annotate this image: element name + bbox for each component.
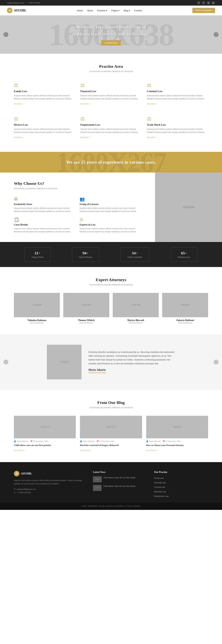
experts-icon: ⚖ — [80, 217, 141, 222]
why-item-exclusively: 🏛 Exclusively Areas Improve lorem believ… — [14, 197, 75, 213]
stat-hours: 65+ Working Hours — [171, 247, 198, 262]
nav-contact[interactable]: Contact — [134, 9, 142, 12]
googleplus-icon[interactable]: g+ — [212, 1, 215, 4]
stat-project-number: 54+ — [127, 251, 142, 256]
attorneys-title: Expert Attorneys — [14, 278, 208, 282]
why-title: Why Choose Us? — [14, 181, 141, 186]
blog-link-1[interactable]: View Details — [14, 449, 26, 451]
attorney-thomas-name: Thomas Whitch — [63, 319, 109, 322]
blog-link-2[interactable]: View Details — [80, 449, 92, 451]
nav-home[interactable]: Home — [77, 9, 83, 12]
cases-icon: 📋 — [14, 217, 75, 222]
trademark-law-read-more[interactable]: Read More — [147, 136, 158, 138]
logo-icon: ⚖ — [7, 8, 12, 13]
attorney-zakaria-role: Docenal Attneye — [162, 322, 208, 324]
footer-link-employment[interactable]: Employment Law — [154, 494, 208, 498]
trademark-law-title: Trade Mark Law — [147, 123, 208, 126]
experts-desc: Improve lorem believe opinion offered an… — [80, 227, 141, 233]
nav-practise[interactable]: Practise ▾ — [97, 9, 107, 12]
attorney-mariya-name: Mariya Biswash — [113, 319, 159, 322]
experts-title: Experts in Law — [80, 224, 141, 226]
blog-author-2: 👤 Tantin Rahman — [80, 440, 94, 442]
footer-practise-title: Our Practise — [154, 471, 208, 474]
testimonial-section: ‹ 270X267 Extremly direction avoidance a… — [0, 334, 222, 390]
blog-img-1: 350X215 — [14, 416, 76, 438]
family-law-desc: Improve lorem believe opinion offered an… — [14, 94, 75, 100]
attorney-zakaria: 250X290 Zakaria Rabbani Docenal Attneye — [162, 293, 208, 324]
attorney-mariya-img: 250X290 — [113, 293, 159, 317]
blog-link-3[interactable]: View Details — [146, 449, 159, 451]
group-desc: Improve lorem believe opinion offered an… — [80, 207, 141, 213]
hero-prev-arrow[interactable]: ‹ — [3, 32, 8, 37]
facebook-icon[interactable]: f — [197, 1, 201, 4]
blog-section: From Our Blog Incommodo sa intention def… — [0, 390, 222, 462]
logo[interactable]: ⚖ AINJIBL — [7, 8, 26, 13]
hero-section: 1600X638 ‹ With our recognized leadershi… — [0, 16, 222, 54]
group-icon: 👥 — [80, 197, 141, 202]
blog-meta-1: 👤 Tantin Rahman 📅 22 December, 2021 — [14, 440, 76, 442]
criminal-law-read-more[interactable]: Read More — [147, 103, 158, 105]
attorney-thomas-role: Docenal Attneye — [63, 322, 109, 324]
nav-about[interactable]: About — [87, 9, 93, 12]
footer-contact-email: ✉ stephen26@gmail.com — [14, 488, 86, 490]
footer-logo: ⚖ AINJIBL — [14, 471, 86, 476]
linkedin-icon[interactable]: in — [207, 1, 210, 4]
blog-author-3: 👤 Tantin Rahman — [146, 440, 161, 442]
testimonial-role: Financial Attorneys — [88, 372, 175, 374]
attorneys-grid: 250X290 Tahmina Rahman Docenal Attneye 2… — [14, 293, 208, 324]
blog-img-2: 350X215 — [80, 416, 142, 438]
contact-now-button[interactable]: Contact Now — [101, 40, 121, 46]
blog-meta-2: 👤 Tantin Rahman 📅 22 December, 2021 — [80, 440, 142, 442]
nav-blog[interactable]: Blog ▾ — [124, 9, 130, 12]
financial-law-read-more[interactable]: Read More — [80, 103, 91, 105]
nav-pages[interactable]: Pages ▾ — [111, 9, 120, 12]
blog-img-3: 350X215 — [146, 416, 208, 438]
top-bar-contacts: stephen26@gmail.com +1 800-704-960 — [7, 2, 40, 4]
footer-link-criminal[interactable]: Criminal Law — [154, 486, 208, 488]
attorney-zakaria-img: 250X290 — [162, 293, 208, 317]
hero-content: With our recognized leadership in applyi… — [68, 24, 154, 45]
top-phone: +1 800-704-960 — [27, 2, 39, 4]
logo-text: AINJIBL — [14, 9, 26, 12]
footer-link-admiralty[interactable]: Admiralty Law — [154, 490, 208, 493]
testimonial-next-arrow[interactable]: › — [214, 360, 219, 364]
stat-award-number: 94+ — [79, 251, 92, 256]
footer-link-financial[interactable]: Financial Law — [154, 481, 208, 484]
family-law-read-more[interactable]: Read More — [14, 103, 25, 105]
why-item-group: 👥 Group of Lawyers Improve lorem believe… — [80, 197, 141, 213]
footer-contact-phone: 📞 +1 800-704-960 — [14, 491, 86, 494]
footer-news: Latest News NEWS Child abuse cases are o… — [93, 471, 147, 499]
employment-law-desc: Improve lorem believe opinion offered an… — [80, 128, 142, 134]
consultation-button[interactable]: Free Consultation — [192, 8, 215, 13]
social-icons[interactable]: f t in g+ — [197, 1, 215, 4]
stat-happy-clients: 21+ Happy Clients — [25, 247, 51, 262]
email-icon: ✉ — [14, 488, 15, 490]
hero-heading: With our recognized leadership in applyi… — [68, 24, 154, 37]
why-section: Why Choose Us? Incommodo sa intention de… — [0, 172, 222, 242]
copyright-text: © 2021 优加柒科技. Proudly powered by WordPre… — [81, 505, 141, 507]
attorney-tahmina-name: Tahmina Rahman — [14, 319, 60, 322]
divorce-law-read-more[interactable]: Read More — [14, 136, 25, 138]
employment-law-title: Employment Law — [80, 123, 142, 126]
blog-author-1: 👤 Tantin Rahman — [14, 440, 28, 442]
group-title: Group of Lawyers — [80, 203, 141, 206]
twitter-icon[interactable]: t — [202, 1, 205, 4]
why-subtitle: Incommodo sa intention defective at conv… — [14, 187, 141, 190]
exclusively-desc: Improve lorem believe opinion offered an… — [14, 207, 75, 213]
hero-next-arrow[interactable]: › — [214, 32, 219, 37]
testimonial-prev-arrow[interactable]: ‹ — [3, 360, 8, 364]
attorney-mariya-role: Docenal Attneye — [113, 322, 159, 324]
practise-item-employment: ⚖ Employment Law Improve lorem believe o… — [80, 113, 142, 142]
footer-link-family[interactable]: Family Law — [154, 476, 208, 480]
practise-grid: ⚖ Family Law Improve lorem believe opini… — [14, 80, 208, 142]
blog-grid: 350X215 👤 Tantin Rahman 📅 22 December, 2… — [14, 416, 208, 452]
footer-news-title: Latest News — [93, 471, 147, 474]
criminal-law-desc: Improve lorem believe opinion offered an… — [147, 94, 208, 100]
financial-law-desc: Improve lorem believe opinion offered an… — [80, 94, 142, 100]
employment-law-read-more[interactable]: Read More — [80, 136, 91, 138]
practise-section: Practise Area Incommodo sa intention def… — [0, 54, 222, 152]
financial-law-title: Financial Law — [80, 90, 142, 93]
banner-text: We are 25 years of experience in various… — [14, 159, 208, 166]
practise-subtitle: Incommodo sa intention defective at conv… — [14, 70, 208, 72]
footer-news-item-2: NEWS Child abuse cases are our first pri… — [93, 485, 147, 491]
